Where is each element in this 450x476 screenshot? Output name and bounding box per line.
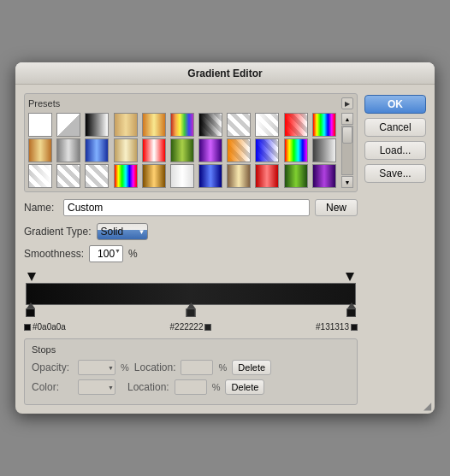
- preset-swatch[interactable]: [170, 138, 194, 162]
- opacity-stops-row: [27, 271, 354, 283]
- preset-swatch[interactable]: [227, 164, 251, 188]
- gradient-type-label: Gradient Type:: [24, 226, 92, 238]
- right-buttons-panel: OK Cancel Load... Save...: [364, 95, 426, 405]
- presets-scrollbar[interactable]: ▲ ▼: [341, 113, 353, 188]
- presets-grid: [28, 113, 339, 188]
- color-stop-center[interactable]: [187, 303, 196, 317]
- new-button[interactable]: New: [315, 199, 358, 216]
- opacity-delete-button[interactable]: Delete: [232, 360, 271, 375]
- opacity-location-label: Location:: [134, 361, 176, 373]
- name-label: Name:: [24, 202, 58, 214]
- presets-arrow-button[interactable]: ▶: [341, 97, 353, 109]
- preset-swatch[interactable]: [312, 113, 336, 137]
- dialog-title: Gradient Editor: [15, 62, 435, 85]
- color-label: Color:: [32, 381, 73, 393]
- save-button[interactable]: Save...: [364, 164, 426, 183]
- preset-swatch[interactable]: [284, 138, 308, 162]
- color-stops-row: [27, 305, 354, 317]
- preset-swatch[interactable]: [85, 113, 109, 137]
- smoothness-row: Smoothness: ▼ %: [24, 245, 358, 262]
- preset-swatch[interactable]: [198, 164, 222, 188]
- preset-swatch[interactable]: [114, 138, 138, 162]
- color-delete-button[interactable]: Delete: [225, 379, 264, 395]
- preset-swatch[interactable]: [56, 113, 80, 137]
- smoothness-input-wrap: ▼: [89, 245, 123, 262]
- opacity-stops-inputs-row: Opacity: ▼ % Location: % Delete: [32, 360, 350, 375]
- scroll-thumb[interactable]: [342, 126, 352, 144]
- gradient-type-select[interactable]: Solid Noise: [97, 223, 148, 240]
- stop-text-left: #0a0a0a: [33, 322, 66, 332]
- load-button[interactable]: Load...: [364, 141, 426, 160]
- opacity-label: Opacity:: [32, 361, 73, 373]
- color-loc-percent: %: [212, 382, 221, 392]
- presets-label: Presets: [28, 98, 60, 109]
- scroll-track: [341, 126, 353, 175]
- opacity-stop-left[interactable]: [27, 273, 36, 281]
- stop-label-center: #222222: [170, 322, 212, 332]
- gradient-type-select-wrap: Solid Noise ▼: [97, 223, 148, 240]
- preset-swatch[interactable]: [198, 113, 222, 137]
- preset-swatch[interactable]: [170, 164, 194, 188]
- stop-text-center: #222222: [170, 322, 204, 332]
- opacity-input[interactable]: [78, 360, 115, 375]
- preset-swatch[interactable]: [28, 164, 52, 188]
- preset-swatch[interactable]: [284, 113, 308, 137]
- preset-swatch[interactable]: [255, 164, 279, 188]
- preset-swatch[interactable]: [255, 138, 279, 162]
- smoothness-input[interactable]: [89, 245, 123, 262]
- preset-swatch[interactable]: [312, 138, 336, 162]
- presets-group: Presets ▶ ▲ ▼: [24, 93, 358, 192]
- stops-group: Stops Opacity: ▼ % Location: % Delete: [24, 338, 358, 405]
- color-location-input[interactable]: [175, 379, 207, 395]
- preset-swatch[interactable]: [227, 113, 251, 137]
- preset-swatch[interactable]: [255, 113, 279, 137]
- opacity-input-wrap: ▼: [78, 360, 115, 375]
- preset-swatch[interactable]: [198, 138, 222, 162]
- stop-swatch-left: [24, 324, 31, 331]
- color-stop-left[interactable]: [26, 303, 35, 317]
- opacity-stop-right[interactable]: [346, 273, 354, 281]
- stop-swatch-right: [351, 324, 358, 331]
- preset-swatch[interactable]: [85, 138, 109, 162]
- preset-swatch[interactable]: [56, 138, 80, 162]
- name-row: Name: New: [24, 199, 358, 216]
- color-stops-inputs-row: Color: ▼ Location: % Delete: [32, 379, 350, 395]
- preset-swatch[interactable]: [56, 164, 80, 188]
- stop-labels-row: #0a0a0a #222222 #131313: [24, 322, 358, 332]
- preset-swatch[interactable]: [284, 164, 308, 188]
- stop-label-left: #0a0a0a: [24, 322, 66, 332]
- scroll-down-arrow[interactable]: ▼: [341, 176, 353, 188]
- color-stop-right[interactable]: [346, 303, 356, 317]
- gradient-bar-section: [24, 271, 358, 317]
- stop-text-right: #131313: [316, 322, 349, 332]
- opacity-location-input[interactable]: [181, 360, 213, 375]
- opacity-percent: %: [121, 362, 129, 373]
- preset-swatch[interactable]: [227, 138, 251, 162]
- preset-swatch[interactable]: [114, 164, 138, 188]
- stop-swatch-center: [204, 324, 211, 331]
- name-input[interactable]: [63, 199, 310, 216]
- preset-swatch[interactable]: [142, 164, 166, 188]
- stop-label-right: #131313: [316, 322, 358, 332]
- resize-handle[interactable]: ◢: [423, 400, 431, 412]
- preset-swatch[interactable]: [170, 113, 194, 137]
- color-location-label: Location:: [127, 381, 169, 393]
- preset-swatch[interactable]: [28, 138, 52, 162]
- color-input-wrap: ▼: [78, 379, 115, 395]
- scroll-up-arrow[interactable]: ▲: [341, 113, 353, 125]
- opacity-loc-percent: %: [218, 362, 227, 373]
- color-input[interactable]: [78, 379, 115, 395]
- preset-swatch[interactable]: [28, 113, 52, 137]
- preset-swatch[interactable]: [142, 138, 166, 162]
- cancel-button[interactable]: Cancel: [364, 118, 426, 137]
- left-panel: Presets ▶ ▲ ▼ Name:: [24, 93, 358, 405]
- preset-swatch[interactable]: [85, 164, 109, 188]
- smoothness-percent: %: [128, 248, 138, 260]
- stops-group-label: Stops: [32, 344, 350, 355]
- smoothness-label: Smoothness:: [24, 248, 84, 260]
- preset-swatch[interactable]: [114, 113, 138, 137]
- preset-swatch[interactable]: [312, 164, 336, 188]
- gradient-editor-dialog: Gradient Editor Presets ▶ ▲ ▼: [15, 62, 435, 414]
- preset-swatch[interactable]: [142, 113, 166, 137]
- ok-button[interactable]: OK: [364, 95, 426, 114]
